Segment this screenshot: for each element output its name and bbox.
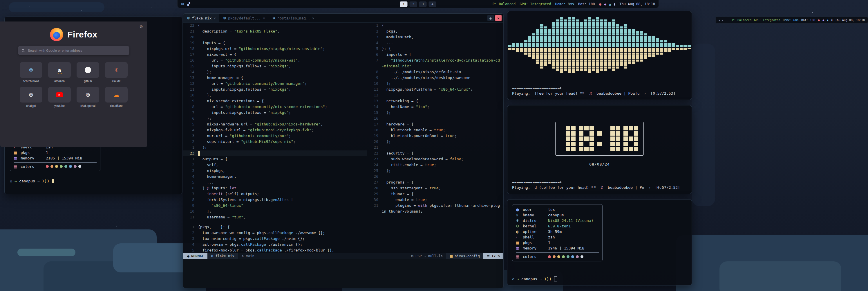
line-number: 16 <box>183 58 198 63</box>
tab-close-icon[interactable]: × <box>214 16 216 20</box>
bluetooth-icon[interactable]: ◆ <box>823 19 824 22</box>
dial-tile-box[interactable]: ⊛ <box>20 87 42 103</box>
prompt-arrow-icon: → <box>14 179 17 183</box>
volume-icon[interactable]: ● <box>818 19 820 22</box>
openai-logo-icon: ⊛ <box>86 92 91 97</box>
angle-icon: › <box>648 185 651 190</box>
info-row: ◐uptime3h 59m <box>516 229 599 234</box>
bufferline: ❄flake.nix×❄pkgs/default...×❄hosts/isoIm… <box>183 13 503 23</box>
visualizer-bar <box>536 15 539 81</box>
layout-icon[interactable]: ▞ <box>187 2 190 6</box>
buffer-pick-button[interactable]: ◉ <box>487 15 494 21</box>
visualizer-bar <box>556 15 559 81</box>
code-line: 2 pkgs, <box>367 28 503 34</box>
project-label: nixos-config <box>455 254 480 258</box>
tab-close-icon[interactable]: × <box>263 16 265 20</box>
code-text: plugins = with pkgs.xfce; [thunar-archiv… <box>382 203 503 214</box>
workspace-button[interactable]: 2 <box>410 1 417 7</box>
dial-tile-box[interactable]: a <box>48 62 71 78</box>
editor-pane-pkgs[interactable]: 1{pkgs, ...}: {2 tux-awesome-wm-config =… <box>183 224 503 253</box>
newtab-search-input[interactable] <box>27 49 126 53</box>
editor-tab[interactable]: ❄pkgs/default...× <box>220 13 269 22</box>
code-line: 7 inputs.nixpkgs.follows = "nixpkgs"; <box>183 110 367 116</box>
buffer-close-button[interactable]: × <box>495 15 502 21</box>
bluetooth-icon[interactable]: ◆ <box>604 3 606 6</box>
terminal-color-palette <box>46 165 81 168</box>
newtab-search-bar[interactable] <box>18 46 130 55</box>
power-profile-module: P: Balanced <box>493 2 516 6</box>
code-line: 9 nix-vscode-extensions = { <box>183 98 367 104</box>
dial-tile[interactable]: ▶youtube <box>48 87 71 108</box>
line-number: 27 <box>367 179 382 185</box>
workspace-button[interactable]: 4 <box>429 1 436 7</box>
code-line: 2 self, <box>183 162 367 168</box>
code-line: 24 rtkit.enable = true; <box>367 162 503 168</box>
dial-tile-box[interactable]: ⊛ <box>76 87 99 103</box>
code-text: url = "github:nix-community/home-manager… <box>198 81 367 87</box>
battery-icon[interactable]: ▮ <box>831 19 832 22</box>
code-text: description = "tux's NixOS Flake"; <box>198 28 367 34</box>
dial-tile-box[interactable]: ▶ <box>48 87 71 103</box>
power-profile-module: P: Balanced <box>732 19 751 22</box>
battery-icon[interactable]: ▮ <box>614 3 616 6</box>
code-text: hardware = { <box>382 121 503 127</box>
code-line: 4 ... <box>367 40 503 46</box>
editor-tab[interactable]: ❄flake.nix× <box>183 13 220 22</box>
workspace-indicator[interactable]: ▪ <box>719 19 720 22</box>
code-line: 19 bluetooth.powerOnBoot = true; <box>367 133 503 139</box>
network-icon[interactable]: ▲ <box>827 19 829 22</box>
volume-icon[interactable]: ● <box>599 3 602 6</box>
tab-label: pkgs/default... <box>228 16 261 20</box>
launcher-icon[interactable]: ⊞ <box>181 2 184 6</box>
code-line: 13 home-manager = { <box>183 75 367 81</box>
tab-close-icon[interactable]: × <box>312 16 314 20</box>
code-text: nixpkgs, <box>198 168 367 174</box>
code-text: {pkgs, ...}: { <box>198 224 503 230</box>
pkgs-icon: ■ <box>13 150 21 155</box>
dial-tile[interactable]: ⊛chatgpt <box>20 87 42 108</box>
separator-line: =====================> <box>507 85 692 91</box>
code-text: url = "github:nix-community/nixos-wsl"; <box>198 58 367 63</box>
dial-tile-box[interactable]: ❄ <box>20 62 42 78</box>
line-number: 5 <box>183 248 198 253</box>
gear-icon[interactable]: ⚙ <box>139 24 143 29</box>
dial-tile[interactable]: ✳claude <box>105 62 128 83</box>
workspace-button[interactable]: 1 <box>400 1 408 7</box>
code-text: }; <box>198 92 367 98</box>
clock-digit <box>561 126 576 151</box>
network-icon[interactable]: ▲ <box>609 3 611 6</box>
visualizer-bar <box>572 15 575 81</box>
command-line[interactable] <box>183 259 503 288</box>
dial-tile[interactable]: github <box>76 62 99 83</box>
code-text: outputs = { <box>198 156 367 162</box>
palette-dot <box>562 255 565 258</box>
code-text: nix-vscode-extensions = { <box>198 98 367 104</box>
workspace-indicator[interactable]: ▪ <box>721 19 723 22</box>
info-value: tux <box>548 207 555 212</box>
dial-tile[interactable]: ☁cloudflare <box>105 87 128 108</box>
dial-tile-box[interactable]: ✳ <box>105 62 128 78</box>
editor-pane-flake[interactable]: 22{21 description = "tux's NixOS Flake";… <box>183 23 367 223</box>
info-value: 1 <box>548 240 550 245</box>
editor-pane-isoimage[interactable]: 1{2 pkgs,3 modulesPath,4 ...5}: {6 impor… <box>367 23 503 223</box>
line-number: 3 <box>183 236 198 242</box>
code-text: security = { <box>382 150 503 156</box>
nix-file-icon: ❄ <box>211 254 214 258</box>
mode-label: NORMAL <box>191 254 204 258</box>
line-number: 14 <box>183 69 198 75</box>
dial-tile[interactable]: ❄search.nixos <box>20 62 42 83</box>
workspace-button[interactable]: 3 <box>419 1 427 7</box>
dial-tile[interactable]: ⊛chat.openai <box>76 87 99 108</box>
dial-tile-box[interactable]: ☁ <box>105 87 128 103</box>
info-value: 1 <box>46 150 48 155</box>
info-label: hname <box>523 213 542 217</box>
firefox-window[interactable]: ▢ New Tab + – □ × ← → ↻ ■◆◐ ≡ ⚙ Firef <box>0 0 147 148</box>
neovim-window[interactable]: ❄flake.nix×❄pkgs/default...×❄hosts/isoIm… <box>183 13 504 288</box>
dial-label: search.nixos <box>23 80 39 83</box>
dial-tile[interactable]: aamazon <box>48 62 71 83</box>
editor-tab[interactable]: ❄hosts/isoImag..× <box>269 13 318 22</box>
dial-tile-box[interactable] <box>76 62 99 78</box>
wallpaper-cloud <box>18 249 75 256</box>
visualizer-bar <box>644 15 647 81</box>
code-text: ssh.startAgent = true; <box>382 185 503 191</box>
